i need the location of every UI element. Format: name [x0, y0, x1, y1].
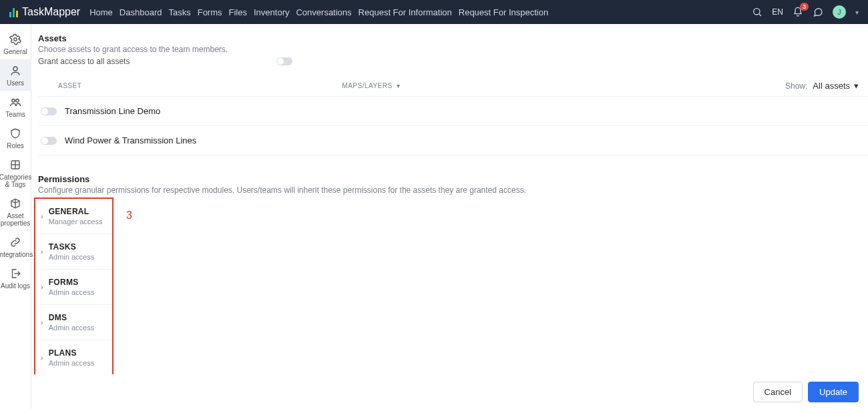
- col-maps[interactable]: MAPS/LAYERS ▾: [342, 82, 400, 89]
- team-icon: [9, 96, 21, 108]
- rail-roles[interactable]: Roles: [0, 122, 31, 153]
- rail-users[interactable]: Users: [0, 59, 31, 91]
- nav-inventory[interactable]: Inventory: [254, 1, 289, 23]
- show-filter[interactable]: All assets ▾: [813, 81, 859, 91]
- rail-integrations[interactable]: Integrations: [0, 231, 31, 262]
- annotation-number: 3: [126, 210, 132, 222]
- svg-point-2: [14, 38, 17, 41]
- nav-dashboard[interactable]: Dashboard: [120, 1, 162, 23]
- settings-rail: General Users Teams Roles Categories & T…: [0, 24, 31, 409]
- perm-label: TASKS: [49, 242, 94, 252]
- perm-row-tasks[interactable]: › TASKS Admin access: [39, 234, 112, 270]
- app-name: TaskMapper: [22, 6, 80, 18]
- app-logo[interactable]: TaskMapper: [9, 6, 80, 18]
- rail-label: Audit logs: [1, 282, 30, 290]
- rail-label: Asset properties: [0, 212, 31, 227]
- perm-label: GENERAL: [49, 207, 103, 216]
- assets-table-header: ASSET MAPS/LAYERS ▾ Show: All assets ▾: [38, 75, 868, 97]
- perm-row-dms[interactable]: › DMS Admin access: [39, 305, 112, 340]
- top-nav: Home Dashboard Tasks Forms Files Invento…: [89, 1, 548, 23]
- chevron-down-icon: ▾: [397, 82, 401, 89]
- nav-rfinspection[interactable]: Request For Inspection: [459, 1, 548, 23]
- rail-label: Roles: [7, 142, 24, 149]
- lang-switch[interactable]: EN: [772, 7, 783, 17]
- col-maps-label: MAPS/LAYERS: [342, 82, 392, 89]
- link-icon: [9, 236, 21, 248]
- perm-row-general[interactable]: › GENERAL Manager access 3: [39, 199, 112, 234]
- svg-point-5: [16, 99, 19, 103]
- chevron-right-icon: ›: [41, 318, 43, 326]
- nav-tasks[interactable]: Tasks: [168, 1, 190, 23]
- gear-icon: [9, 33, 21, 45]
- perm-sub: Manager access: [49, 218, 103, 226]
- shield-icon: [9, 127, 21, 139]
- nav-rfi[interactable]: Request For Information: [359, 1, 452, 23]
- asset-name: Wind Power & Transmission Lines: [65, 135, 196, 145]
- perm-row-plans[interactable]: › PLANS Admin access: [39, 340, 112, 376]
- rail-asset-properties[interactable]: Asset properties: [0, 192, 31, 231]
- perm-sub: Admin access: [49, 359, 94, 367]
- logout-icon: [9, 268, 21, 280]
- svg-point-0: [754, 9, 760, 15]
- permissions-title: Permissions: [38, 174, 868, 184]
- assets-desc: Choose assets to grant access to the tea…: [38, 45, 868, 54]
- perm-label: DMS: [49, 313, 94, 322]
- asset-row: Transmission Line Demo: [38, 97, 868, 126]
- permissions-desc: Configure granular permissions for respe…: [38, 185, 868, 195]
- rail-audit-logs[interactable]: Audit logs: [0, 262, 31, 294]
- perm-sub: Admin access: [49, 324, 94, 332]
- bell-icon[interactable]: 3: [793, 7, 803, 17]
- perm-sub: Admin access: [49, 253, 94, 261]
- col-asset: ASSET: [58, 82, 81, 89]
- logo-mark-icon: [9, 7, 18, 17]
- svg-point-3: [13, 67, 17, 71]
- update-button[interactable]: Update: [808, 382, 859, 402]
- grant-all-toggle[interactable]: [276, 57, 292, 65]
- search-icon[interactable]: [752, 7, 763, 17]
- chevron-right-icon: ›: [41, 354, 43, 362]
- avatar[interactable]: J: [833, 5, 846, 19]
- main-content: Assets Choose assets to grant access to …: [31, 24, 868, 409]
- cancel-button[interactable]: Cancel: [753, 382, 803, 402]
- grant-all-label: Grant access to all assets: [38, 57, 130, 66]
- topbar: TaskMapper Home Dashboard Tasks Forms Fi…: [0, 0, 868, 24]
- perm-label: FORMS: [49, 278, 94, 287]
- perm-row-forms[interactable]: › FORMS Admin access: [39, 270, 112, 305]
- rail-label: General: [3, 48, 27, 55]
- asset-toggle[interactable]: [41, 137, 57, 145]
- chevron-right-icon: ›: [41, 248, 43, 256]
- user-icon: [9, 65, 21, 77]
- rail-general[interactable]: General: [0, 28, 31, 59]
- perm-sub: Admin access: [49, 288, 94, 296]
- show-label: Show:: [785, 81, 807, 91]
- nav-conversations[interactable]: Conversations: [296, 1, 351, 23]
- footer-actions: Cancel Update: [31, 374, 868, 409]
- chevron-down-icon: ▾: [854, 81, 859, 91]
- show-value: All assets: [813, 81, 850, 91]
- asset-name: Transmission Line Demo: [65, 106, 160, 116]
- cube-icon: [9, 197, 21, 210]
- rail-label: Users: [7, 79, 24, 87]
- nav-home[interactable]: Home: [89, 1, 113, 23]
- asset-toggle[interactable]: [41, 107, 57, 115]
- rail-teams[interactable]: Teams: [0, 91, 31, 122]
- notification-badge: 3: [800, 3, 809, 11]
- chevron-right-icon: ›: [41, 283, 43, 291]
- rail-label: Integrations: [0, 251, 33, 258]
- grid-icon: [9, 159, 21, 171]
- rail-label: Categories & Tags: [0, 173, 31, 188]
- asset-row: Wind Power & Transmission Lines: [38, 126, 868, 155]
- nav-files[interactable]: Files: [229, 1, 247, 23]
- rail-categories[interactable]: Categories & Tags: [0, 153, 31, 192]
- rail-label: Teams: [5, 111, 25, 118]
- svg-line-1: [759, 14, 761, 16]
- perm-label: PLANS: [49, 348, 94, 358]
- svg-point-4: [12, 99, 15, 103]
- chevron-down-icon[interactable]: ▾: [855, 9, 859, 16]
- chat-icon[interactable]: [813, 7, 823, 17]
- chevron-right-icon: ›: [41, 212, 43, 220]
- nav-forms[interactable]: Forms: [198, 1, 222, 23]
- assets-title: Assets: [38, 33, 868, 43]
